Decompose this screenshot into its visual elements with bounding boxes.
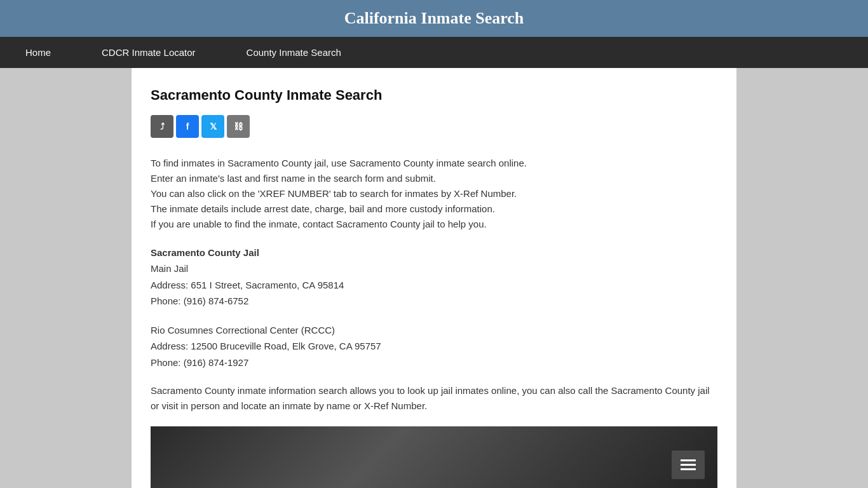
description-line-3: You can also click on the 'XREF NUMBER' … — [151, 186, 717, 201]
menu-line-1 — [681, 459, 696, 461]
social-buttons: ⤴ f 𝕏 ⛓ — [151, 115, 717, 138]
copy-link-button[interactable]: ⛓ — [227, 115, 250, 138]
nav-home[interactable]: Home — [0, 37, 76, 68]
site-header: California Inmate Search — [0, 0, 868, 37]
main-navigation: Home CDCR Inmate Locator County Inmate S… — [0, 37, 868, 68]
image-inner — [151, 426, 717, 488]
description-line-5: If you are unable to find the inmate, co… — [151, 217, 717, 232]
jail-entry-main: Main Jail Address: 651 I Street, Sacrame… — [151, 261, 717, 309]
jail-1-name: Main Jail — [151, 261, 717, 277]
content-area: Sacramento County Inmate Search ⤴ f 𝕏 ⛓ … — [132, 68, 736, 488]
description-block: To find inmates in Sacramento County jai… — [151, 156, 717, 232]
site-title: California Inmate Search — [13, 9, 855, 28]
page-title: Sacramento County Inmate Search — [151, 87, 717, 104]
jail-entry-rccc: Rio Cosumnes Correctional Center (RCCC) … — [151, 322, 717, 371]
nav-county[interactable]: County Inmate Search — [221, 37, 367, 68]
jail-2-address: Address: 12500 Bruceville Road, Elk Grov… — [151, 338, 717, 355]
menu-line-2 — [681, 464, 696, 466]
nav-cdcr[interactable]: CDCR Inmate Locator — [76, 37, 221, 68]
bottom-paragraph: Sacramento County inmate information sea… — [151, 383, 717, 414]
image-section — [151, 426, 717, 488]
description-line-1: To find inmates in Sacramento County jai… — [151, 156, 717, 171]
jail-section-title: Sacramento County Jail — [151, 247, 717, 258]
twitter-button[interactable]: 𝕏 — [201, 115, 224, 138]
jail-1-phone: Phone: (916) 874-6752 — [151, 293, 717, 309]
jail-2-phone: Phone: (916) 874-1927 — [151, 355, 717, 371]
facebook-button[interactable]: f — [176, 115, 199, 138]
share-button[interactable]: ⤴ — [151, 115, 173, 138]
description-line-2: Enter an inmate's last and first name in… — [151, 171, 717, 186]
jail-section: Sacramento County Jail Main Jail Address… — [151, 247, 717, 370]
jail-2-name: Rio Cosumnes Correctional Center (RCCC) — [151, 322, 717, 339]
description-line-4: The inmate details include arrest date, … — [151, 201, 717, 217]
menu-line-3 — [681, 468, 696, 470]
jail-1-address: Address: 651 I Street, Sacramento, CA 95… — [151, 277, 717, 294]
menu-overlay-button[interactable] — [672, 451, 705, 479]
